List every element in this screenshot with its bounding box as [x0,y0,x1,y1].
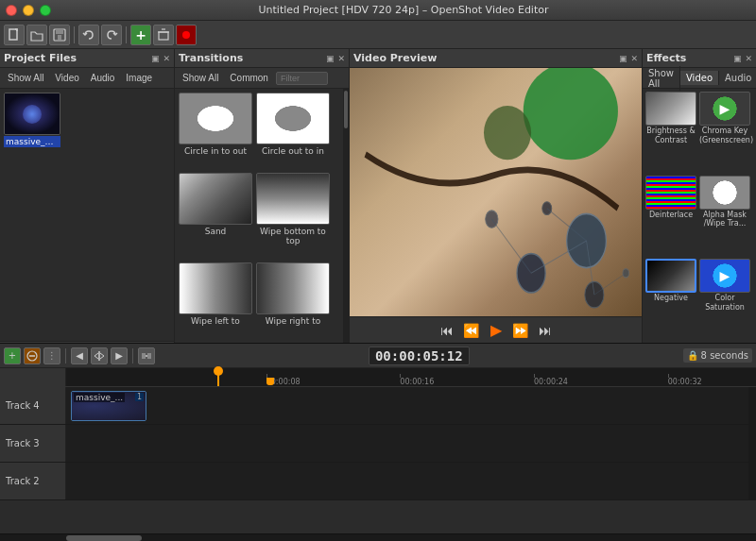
file-thumbnail [4,93,60,135]
play-button[interactable]: ▶ [487,321,506,340]
track-content[interactable]: 1 massive_... [66,387,748,424]
panel-expand-icon[interactable]: ▣ [619,54,627,63]
track-scrollbar-spacer [748,387,756,424]
close-button[interactable] [6,5,17,16]
next-marker-button[interactable]: ▶ [111,347,128,364]
effect-thumbnail [645,176,696,210]
timeline-seconds-display: 🔒 8 seconds [683,348,752,363]
transitions-grid: Circle in to out Circle out to in Sand W… [175,89,343,343]
transition-label: Circle in to out [179,146,252,156]
panel-expand-icon[interactable]: ▣ [151,54,160,63]
ruler-mark: 00:00:32 [668,378,702,386]
transitions-subtoolbar: Show All Common [175,68,349,89]
trans-show-all-tab[interactable]: Show All [179,72,222,84]
effects-video-tab[interactable]: Video [680,71,719,85]
panel-expand-icon[interactable]: ▣ [733,54,742,63]
audio-tab[interactable]: Audio [87,72,119,84]
transition-thumbnail [179,262,252,314]
preview-controls: ⏮ ⏪ ▶ ⏩ ⏭ [350,316,642,343]
track-scrollbar-spacer [748,463,756,499]
panel-expand-icon[interactable]: ▣ [326,54,335,63]
preview-header: Video Preview ▣ ✕ [350,49,642,68]
show-all-tab[interactable]: Show All [4,72,47,84]
track-content[interactable] [66,425,748,462]
add-track-button[interactable]: + [4,347,21,364]
list-item[interactable]: Negative [645,259,696,340]
fast-forward-button[interactable]: ⏩ [511,321,530,340]
svg-point-7 [524,68,618,160]
track-label: Track 4 [0,387,66,424]
forward-to-end-button[interactable]: ⏭ [536,321,555,340]
list-item[interactable]: Brightness & Contrast [645,92,696,173]
effect-label: Chroma Key (Greenscreen) [699,127,750,144]
new-button[interactable] [4,25,25,45]
panel-close-icon[interactable]: ✕ [163,54,170,63]
list-item[interactable]: Alpha Mask /Wipe Tra... [699,176,750,257]
effect-label: Alpha Mask /Wipe Tra... [699,211,750,228]
svg-rect-2 [56,29,63,34]
list-item[interactable]: Chroma Key (Greenscreen) [699,92,750,173]
seconds-label: 8 seconds [701,350,748,361]
center-button[interactable]: ⋮ [43,347,60,364]
table-row: Track 3 [0,425,756,463]
ruler-mark: 00:00:16 [400,378,434,386]
scrollbar-thumb[interactable] [66,535,142,541]
open-button[interactable] [26,25,47,45]
timeline-ruler-row: 00:00:08 00:00:16 00:00:24 00:00:32 [0,368,756,387]
ruler-mark: 00:00:08 [266,378,301,386]
track-scrollbar-spacer [748,425,756,462]
panel-header-icons: ▣ ✕ [619,54,638,63]
list-item[interactable]: Wipe bottom to top [256,173,330,259]
rewind-button[interactable]: ⏪ [462,321,481,340]
add-button[interactable]: + [130,25,151,45]
remove-button[interactable] [153,25,174,45]
track-label: Track 2 [0,463,66,499]
video-tab[interactable]: Video [51,72,82,84]
transition-label: Circle out to in [256,146,330,156]
timeline-clip[interactable]: 1 massive_... [71,391,146,421]
effects-audio-tab[interactable]: Audio [719,71,756,85]
transitions-scrollbar[interactable] [343,89,349,343]
effect-thumbnail [645,259,696,293]
image-tab[interactable]: Image [122,72,156,84]
undo-button[interactable] [78,25,99,45]
panel-close-icon[interactable]: ✕ [630,54,638,63]
rewind-to-start-button[interactable]: ⏮ [438,321,456,340]
list-item[interactable]: Circle out to in [256,93,330,169]
list-item[interactable]: Sand [179,173,252,259]
list-item[interactable]: Deinterlace [645,176,696,257]
save-button[interactable] [49,25,70,45]
list-item[interactable]: Circle in to out [179,93,252,169]
snap-button[interactable] [138,347,155,364]
svg-line-26 [100,356,104,359]
effects-show-all-tab[interactable]: Show All [643,66,680,91]
track-content[interactable] [66,463,748,499]
scrollbar-thumb[interactable] [344,91,348,128]
list-item[interactable]: Wipe left to [179,262,252,339]
remove-track-button[interactable] [24,347,41,364]
ruler-scrollbar-spacer [748,368,756,386]
project-files-title: Project Files [4,52,77,64]
redo-button[interactable] [101,25,122,45]
separator [126,26,127,43]
timeline-scrollbar[interactable] [0,533,756,541]
left-panel: Project Files ▣ ✕ Show All Video Audio I… [0,49,175,343]
video-preview-canvas [350,68,642,316]
svg-rect-4 [159,32,168,40]
panel-close-icon[interactable]: ✕ [745,54,752,63]
center-timeline-button[interactable] [91,347,108,364]
list-item[interactable]: Color Saturation [699,259,750,340]
effect-label: Color Saturation [699,294,750,312]
trans-common-tab[interactable]: Common [226,72,272,84]
maximize-button[interactable] [40,5,51,16]
minimize-button[interactable] [23,5,34,16]
svg-point-8 [484,106,531,160]
prev-marker-button[interactable]: ◀ [71,347,88,364]
list-item[interactable]: Wipe right to [256,262,330,339]
transitions-title: Transitions [179,52,243,64]
record-button[interactable] [176,25,197,45]
list-item[interactable]: massive_w... [4,93,60,147]
effect-label: Brightness & Contrast [645,127,696,144]
panel-close-icon[interactable]: ✕ [337,54,345,63]
transitions-filter-input[interactable] [276,72,328,85]
